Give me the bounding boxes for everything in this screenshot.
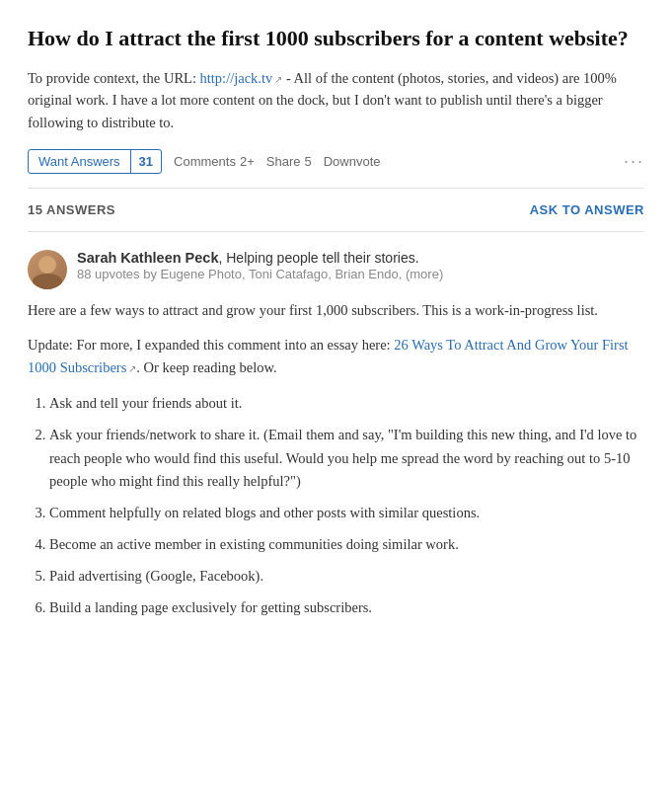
list-item: Become an active member in existing comm…: [49, 533, 644, 557]
upvotes-line: 88 upvotes by Eugene Photo, Toni Catafag…: [77, 267, 644, 281]
answerer-bio: , Helping people tell their stories.: [218, 250, 418, 266]
want-answers-button[interactable]: Want Answers 31: [28, 149, 162, 174]
want-answers-count: 31: [131, 150, 161, 173]
update-prefix: Update: For more, I expanded this commen…: [28, 337, 394, 353]
want-answers-label: Want Answers: [29, 150, 131, 173]
answer-list: Ask and tell your friends about it. Ask …: [49, 392, 644, 620]
avatar-image: [28, 250, 67, 289]
answerer-header: Sarah Kathleen Peck, Helping people tell…: [28, 250, 644, 289]
answerer-info: Sarah Kathleen Peck, Helping people tell…: [77, 250, 644, 281]
answer-update: Update: For more, I expanded this commen…: [28, 334, 644, 379]
comments-label: Comments: [174, 154, 236, 169]
list-item: Build a landing page exclusively for get…: [49, 596, 644, 620]
downvote-label: Downvote: [324, 154, 381, 169]
share-button[interactable]: Share 5: [266, 154, 312, 169]
avatar: [28, 250, 67, 289]
list-item: Paid advertising (Google, Facebook).: [49, 565, 644, 589]
answer-intro: Here are a few ways to attract and grow …: [28, 299, 644, 322]
answerer-name[interactable]: Sarah Kathleen Peck: [77, 250, 218, 266]
question-body-prefix: To provide context, the URL:: [28, 70, 200, 86]
ask-to-answer-button[interactable]: ASK TO ANSWER: [530, 202, 644, 217]
question-body: To provide context, the URL: http://jack…: [28, 67, 644, 133]
list-item: Ask and tell your friends about it.: [49, 392, 644, 416]
question-body-link[interactable]: http://jack.tv: [200, 70, 273, 86]
answers-header: 15 ANSWERS ASK TO ANSWER: [28, 189, 644, 232]
share-label: Share: [266, 154, 301, 169]
comments-button[interactable]: Comments 2+: [174, 154, 255, 169]
more-options-button[interactable]: ···: [624, 151, 644, 172]
comments-count: 2+: [240, 154, 255, 169]
question-title: How do I attract the first 1000 subscrib…: [28, 24, 644, 53]
share-count: 5: [304, 154, 311, 169]
update-suffix: . Or keep reading below.: [136, 359, 276, 375]
list-item: Comment helpfully on related blogs and o…: [49, 502, 644, 525]
answer-block: Sarah Kathleen Peck, Helping people tell…: [28, 250, 644, 620]
answers-count: 15 ANSWERS: [28, 202, 115, 217]
answerer-name-line: Sarah Kathleen Peck, Helping people tell…: [77, 250, 644, 267]
downvote-button[interactable]: Downvote: [324, 154, 381, 169]
list-item: Ask your friends/network to share it. (E…: [49, 424, 644, 495]
action-bar: Want Answers 31 Comments 2+ Share 5 Down…: [28, 149, 644, 189]
